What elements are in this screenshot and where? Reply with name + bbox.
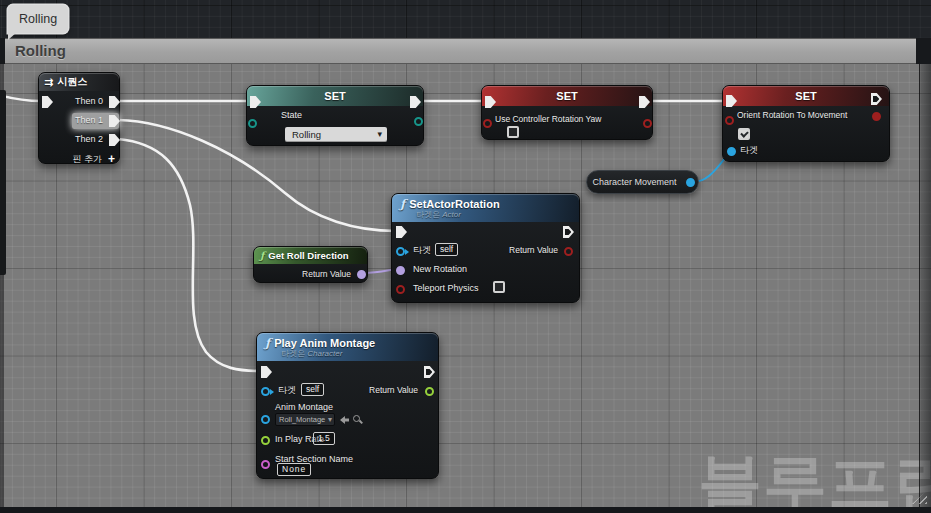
wire-exec-into-sequence[interactable] [0,95,41,101]
node-title: Play Anim Montage [274,337,375,349]
exec-out-pin[interactable] [410,96,421,108]
node-title: 시퀀스 [57,75,87,89]
bool-out-pin[interactable] [872,112,881,121]
add-pin-label[interactable]: 핀 추가 [72,154,102,165]
exec-out-pin[interactable] [424,366,435,378]
node-header: ƒ Play Anim Montage 타겟은 Character [257,333,438,361]
in-play-rate-pin[interactable] [261,436,270,445]
tab-label: Rolling [19,12,57,26]
target-label: 타겟 [413,245,431,256]
offscreen-node-edge [0,90,6,275]
node-sequence[interactable]: ⇉ 시퀀스 Then 0 Then 1 Then 2 핀 추가 + [38,72,120,164]
teleport-physics-label: Teleport Physics [413,283,479,294]
bool-in-pin[interactable] [725,116,734,125]
graph-title: Rolling [15,42,66,59]
return-value-pin[interactable] [564,247,573,256]
then2-out-pin[interactable] [109,134,120,146]
exec-in-pin[interactable] [42,96,53,108]
node-get-roll-direction[interactable]: ƒ Get Roll Direction Return Value [253,246,368,283]
tab-rolling[interactable]: Rolling [8,5,68,33]
anim-montage-value: Roll_Montage [279,415,325,424]
return-value-pin[interactable] [357,270,366,279]
then1-out-pin[interactable] [109,115,120,127]
variable-label: Use Controller Rotation Yaw [495,114,601,125]
start-section-value-box[interactable]: None [277,463,311,476]
caret-down-icon: ▾ [328,414,332,425]
node-header: SET [247,86,423,106]
bool-in-pin[interactable] [483,119,492,128]
sequence-icon: ⇉ [44,77,53,88]
value-checkbox-checked[interactable] [738,128,750,140]
self-value-box[interactable]: self [301,383,324,396]
target-pin[interactable] [396,247,405,256]
node-character-movement[interactable]: Character Movement [586,170,699,194]
output-pin[interactable] [686,178,695,187]
teleport-checkbox-unchecked[interactable] [493,281,505,293]
node-title: SET [795,90,816,102]
bottom-bar [0,507,931,513]
anim-montage-label: Anim Montage [275,402,333,413]
pin-label-then0: Then 0 [75,96,103,107]
exec-in-pin[interactable] [261,366,272,378]
exec-out-pin[interactable] [871,93,882,105]
exec-out-pin[interactable] [639,96,650,108]
target-pin[interactable] [261,387,270,396]
node-set-orient-rotation-to-movement[interactable]: SET Orient Rotation To Movement 타겟 [722,85,890,162]
return-value-pin[interactable] [425,387,434,396]
node-set-actor-rotation[interactable]: ƒ SetActorRotation 타겟은 Actor 타겟 self Ret… [391,193,580,303]
new-rotation-pin[interactable] [396,266,405,275]
use-selected-asset-icon[interactable] [340,416,349,424]
self-value-box[interactable]: self [435,243,458,256]
exec-in-pin[interactable] [250,96,261,108]
node-title: SET [324,90,345,102]
state-in-pin[interactable] [248,119,257,128]
pin-label-then1: Then 1 [75,115,103,126]
node-set-use-controller-rotation-yaw[interactable]: SET Use Controller Rotation Yaw [481,85,653,140]
start-section-pin[interactable] [261,460,270,469]
variable-label: Orient Rotation To Movement [737,110,847,121]
exec-in-pin[interactable] [396,226,407,238]
new-rotation-label: New Rotation [413,264,467,275]
graph-title-bar: Rolling [5,38,916,64]
node-header: SET [482,86,652,106]
node-title: SET [556,90,577,102]
caret-down-icon: ▾ [377,127,382,142]
add-pin-plus-icon[interactable]: + [108,153,115,165]
wire-then2-to-playanimmontage[interactable] [118,139,260,371]
return-value-label: Return Value [369,385,418,396]
node-play-anim-montage[interactable]: ƒ Play Anim Montage 타겟은 Character 타겟 sel… [256,332,439,479]
node-title: Get Roll Direction [268,250,348,261]
state-out-pin[interactable] [414,117,423,126]
function-icon: ƒ [260,251,264,261]
node-header: SET [723,86,889,106]
target-label: 타겟 [740,145,758,156]
teleport-physics-pin[interactable] [396,285,405,294]
exec-out-pin[interactable] [563,226,574,238]
return-value-label: Return Value [302,269,351,280]
state-label: State [281,110,302,121]
state-value: Rolling [292,129,321,140]
node-header: ƒ SetActorRotation 타겟은 Actor [392,194,579,222]
target-label: 타겟 [278,385,296,396]
node-set-state[interactable]: SET State Rolling ▾ [246,85,424,146]
exec-in-pin[interactable] [726,95,737,107]
in-play-rate-value-box[interactable]: 1.5 [313,432,335,445]
function-icon: ƒ [400,199,405,209]
anim-montage-dropdown[interactable]: Roll_Montage ▾ [275,413,335,426]
node-title: SetActorRotation [409,198,499,210]
function-icon: ƒ [265,338,270,348]
node-header: ƒ Get Roll Direction [254,247,367,264]
state-value-dropdown[interactable]: Rolling ▾ [285,127,387,142]
blueprint-editor: Rolling Rolling 블루프린 ⇉ 시퀀스 Then 0 [0,0,931,513]
target-pin[interactable] [727,147,736,156]
anim-montage-pin[interactable] [261,415,270,424]
bool-out-pin[interactable] [643,119,652,128]
browse-asset-icon[interactable] [353,415,360,422]
return-value-label: Return Value [509,245,558,256]
value-checkbox-unchecked[interactable] [507,126,519,138]
exec-in-pin[interactable] [485,96,496,108]
variable-name: Character Movement [587,171,682,193]
pin-label-then2: Then 2 [75,134,103,145]
then0-out-pin[interactable] [109,96,120,108]
